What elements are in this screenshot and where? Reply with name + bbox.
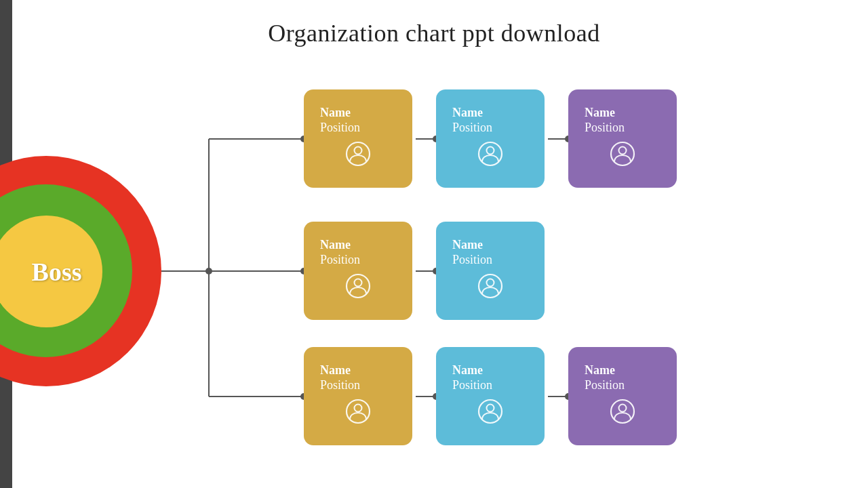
svg-point-24	[619, 146, 627, 154]
card-r1c3-position: Position	[585, 121, 625, 136]
svg-point-22	[487, 146, 494, 154]
card-r1c3-text: Name Position	[575, 106, 670, 135]
card-r2c2-text: Name Position	[443, 238, 538, 267]
card-r3c1-position: Position	[320, 378, 360, 393]
page-title: Organization chart ppt download	[0, 0, 868, 47]
svg-point-34	[619, 404, 627, 411]
card-r3c2[interactable]: Name Position	[436, 347, 545, 445]
card-r1c1-position: Position	[320, 121, 360, 136]
card-r3c3-name: Name	[585, 363, 615, 378]
person-icon	[610, 399, 635, 429]
boss-label: Boss	[32, 257, 82, 287]
card-r1c1-name: Name	[320, 106, 351, 121]
card-r1c1-text: Name Position	[311, 106, 406, 135]
svg-point-26	[355, 279, 362, 286]
card-r3c1-text: Name Position	[311, 363, 406, 392]
person-icon	[477, 273, 503, 304]
svg-point-30	[355, 404, 362, 411]
card-r1c2-name: Name	[452, 106, 483, 121]
person-icon	[477, 141, 503, 171]
svg-point-28	[487, 279, 494, 286]
card-r3c2-text: Name Position	[443, 363, 538, 392]
person-icon	[345, 399, 371, 429]
card-r2c2-name: Name	[452, 238, 483, 253]
card-r3c3-text: Name Position	[575, 363, 670, 392]
card-r3c1-name: Name	[320, 363, 351, 378]
person-icon	[610, 141, 635, 171]
svg-point-10	[205, 268, 212, 274]
card-r2c1-position: Position	[320, 253, 360, 268]
svg-point-20	[355, 146, 362, 154]
person-icon	[345, 141, 371, 171]
card-r1c3[interactable]: Name Position	[568, 89, 677, 188]
person-icon	[477, 399, 503, 429]
card-r1c2[interactable]: Name Position	[436, 89, 545, 188]
card-r3c1[interactable]: Name Position	[304, 347, 412, 445]
card-r1c2-text: Name Position	[443, 106, 538, 135]
card-r3c3-position: Position	[585, 378, 625, 393]
card-r1c1[interactable]: Name Position	[304, 89, 412, 188]
card-r2c2[interactable]: Name Position	[436, 222, 545, 320]
card-r2c1-text: Name Position	[311, 238, 406, 267]
card-r3c2-name: Name	[452, 363, 483, 378]
card-r1c2-position: Position	[452, 121, 492, 136]
chart-area: Boss	[12, 61, 868, 481]
card-r2c1[interactable]: Name Position	[304, 222, 412, 320]
card-r3c2-position: Position	[452, 378, 492, 393]
card-r2c2-position: Position	[452, 253, 492, 268]
card-r1c3-name: Name	[585, 106, 615, 121]
svg-point-32	[487, 404, 494, 411]
card-r3c3[interactable]: Name Position	[568, 347, 677, 445]
person-icon	[345, 273, 371, 304]
card-r2c1-name: Name	[320, 238, 351, 253]
boss-container: Boss	[0, 156, 161, 386]
